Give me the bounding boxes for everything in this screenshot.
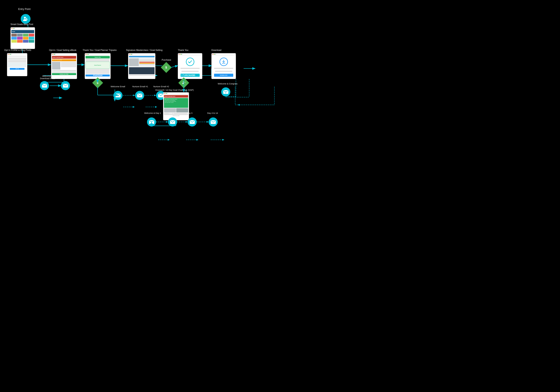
- thank-you-tripwire-label: Thank You / Goal Planner Tripwire: [83, 49, 117, 51]
- opt-in-form-browser[interactable]: OPT IN: [7, 53, 27, 76]
- nurture-email-2-label: Nurture Email #2: [153, 85, 169, 88]
- email-2-7-icon: [61, 81, 70, 90]
- entry-point-label: Entry Point: [18, 8, 30, 11]
- day2-icon: [168, 117, 177, 126]
- thank-you-label: Thank You: [178, 49, 189, 51]
- welcome-download-email-icon: [40, 81, 49, 90]
- day2-label: Day 2: [169, 112, 174, 114]
- opt-in-button[interactable]: OPT IN: [10, 68, 24, 70]
- entry-point-icon: [21, 14, 30, 24]
- welcome-congrats-icon: [221, 87, 230, 96]
- opt-in-form-label: Opt In FORM in Blog Posts: [4, 49, 31, 51]
- welcome-day1-icon: [147, 117, 156, 126]
- email-2-7-label: Email 2-7: [60, 75, 69, 77]
- signature-masterclass-browser[interactable]: [128, 53, 155, 79]
- purchase-masterclass-label: Purchase: [162, 59, 171, 61]
- nurture-email-1-label: Nurture Email #1: [132, 85, 148, 88]
- welcome-email-label: Welcome Email: [110, 85, 125, 88]
- welcome-congrats-label: Welcome & Congrats: [218, 83, 238, 85]
- downsell-label: Downsell / 14 Day Goal Challenge (NSP): [155, 89, 194, 91]
- purchase-masterclass-icon: $: [162, 64, 170, 71]
- svg-point-21: [24, 17, 26, 19]
- download-button[interactable]: DOWNLOAD: [214, 74, 233, 77]
- day4-14-label: Day 4 to 14: [207, 112, 218, 114]
- no-purchase-icon: [180, 79, 188, 87]
- download-label: Download: [211, 49, 221, 51]
- signature-masterclass-label: Signature Masterclass / Goal-Setting: [126, 49, 162, 51]
- downsell-browser[interactable]: NICHE STARTER PACK Help Anyone Their Pic…: [163, 92, 189, 120]
- download-browser[interactable]: DOWNLOAD: [211, 53, 236, 79]
- purchase-tripwire-icon: $: [94, 79, 101, 87]
- svg-point-33: [183, 82, 184, 82]
- welcome-day1-label: Welcome & Day 1: [144, 112, 161, 114]
- welcome-email-icon: [113, 91, 122, 100]
- blog-post-label: Smart Goals Blog Post: [10, 23, 33, 26]
- day3-icon: [188, 117, 197, 126]
- no-purchase-label: NO PURCHASE: [179, 74, 195, 76]
- nurture-email-1-icon: [135, 91, 144, 100]
- purchase-tripwire-label: Purchase: [93, 74, 103, 76]
- day3-label: Day 3: [187, 112, 192, 114]
- welcome-download-label: Welcome & Download Email: [39, 75, 57, 80]
- opt-in-ebook-label: Opt-In / Goal Setting eBook: [49, 49, 76, 51]
- blog-post-browser[interactable]: BANK: [10, 27, 35, 49]
- day4-14-icon: [209, 117, 218, 126]
